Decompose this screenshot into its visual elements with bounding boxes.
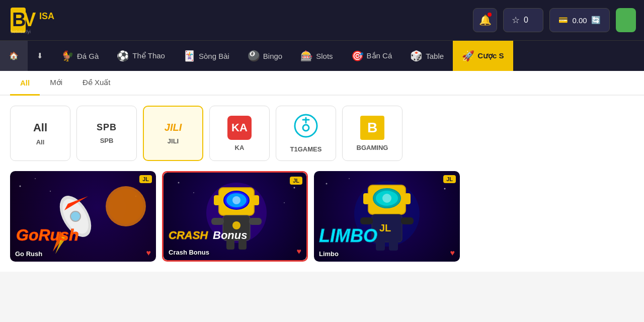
provider-card-spb[interactable]: SPB SPB	[76, 106, 137, 161]
nav-item-ban-ca[interactable]: 🎯 Bắn Cá	[342, 41, 401, 71]
filter-tab-all[interactable]: All	[10, 71, 40, 96]
provider-logo-t1games	[294, 114, 318, 141]
nav-label-table: Table	[426, 52, 444, 60]
balance-button[interactable]: 💳 0.00 🔄	[549, 8, 610, 32]
nav-item-da-ga[interactable]: 🐓 Đá Gà	[52, 41, 108, 71]
provider-card-jili[interactable]: JILI JILI	[143, 106, 203, 161]
game-title-crash-bonus: Crash Bonus	[169, 249, 209, 256]
crash-illustration	[164, 173, 306, 260]
svg-point-40	[349, 178, 350, 179]
game-card-go-rush[interactable]: GoRush JL Go Rush ♥	[10, 171, 156, 262]
nav-item-bingo[interactable]: 🎱 Bingo	[238, 41, 291, 71]
slots-icon: 🎰	[300, 50, 313, 62]
game-bg-go-rush: GoRush	[10, 171, 156, 262]
svg-point-8	[303, 125, 309, 131]
svg-text:GoRush: GoRush	[16, 226, 78, 244]
provider-name-ka: KA	[235, 144, 245, 151]
favorites-count: 0	[524, 16, 528, 25]
game-badge-go-rush: JL	[139, 175, 152, 183]
svg-rect-30	[253, 195, 259, 205]
nav-item-song-bai[interactable]: 🃏 Sòng Bài	[174, 41, 238, 71]
svg-point-18	[70, 211, 80, 221]
logo-area: B V ISA betvisa.fyi	[8, 5, 68, 35]
svg-text:KA: KA	[231, 121, 248, 134]
favorites-button[interactable]: ☆ 0	[503, 8, 543, 32]
game-heart-limbo[interactable]: ♥	[450, 249, 455, 258]
action-button[interactable]	[616, 8, 636, 32]
game-card-crash-bonus[interactable]: CRASH Bonus JL Crash Bonus ♥	[162, 171, 308, 262]
crash-bonus-big-text: CRASH Bonus	[168, 223, 268, 245]
limbo-illustration: JL	[314, 171, 460, 262]
game-bg-crash-bonus: CRASH Bonus	[164, 173, 306, 260]
game-heart-crash-bonus[interactable]: ♥	[297, 247, 302, 256]
header-right: 🔔 ☆ 0 💳 0.00 🔄	[473, 8, 636, 32]
svg-point-21	[193, 192, 194, 193]
games-section: GoRush JL Go Rush ♥	[0, 166, 644, 272]
bingo-icon: 🎱	[248, 50, 260, 62]
game-badge-crash-bonus: JL	[290, 177, 302, 185]
svg-text:Bonus: Bonus	[213, 229, 247, 242]
provider-name-spb: SPB	[100, 137, 114, 144]
rocket-icon: 🚀	[462, 50, 474, 62]
header: B V ISA betvisa.fyi 🔔 ☆ 0 💳 0.00 🔄	[0, 0, 644, 40]
svg-point-28	[232, 196, 240, 204]
provider-logo-all: All	[33, 121, 47, 134]
fish-icon: 🎯	[351, 50, 364, 62]
home-icon: 🏠	[9, 51, 19, 60]
svg-text:LIMBO: LIMBO	[319, 225, 377, 246]
nav-item-the-thao[interactable]: ⚽ Thể Thao	[108, 41, 174, 71]
chicken-icon: 🐓	[61, 50, 74, 62]
nav-item-download[interactable]: ⬇	[28, 41, 52, 71]
nav-label-ban-ca: Bắn Cá	[367, 51, 392, 60]
svg-point-11	[50, 191, 51, 192]
provider-logo-bgaming: B	[360, 116, 384, 140]
filter-bar: All Mới Đề Xuất	[0, 71, 644, 96]
nav-item-home[interactable]: 🏠	[0, 41, 28, 71]
svg-point-9	[20, 186, 21, 187]
gorush-illustration	[10, 171, 156, 262]
svg-point-41	[444, 188, 446, 190]
nav-label-slots: Slots	[316, 52, 333, 60]
nav-label-song-bai: Sòng Bài	[199, 52, 229, 60]
nav-label-da-ga: Đá Gà	[77, 52, 99, 60]
provider-card-ka[interactable]: KA KA	[209, 106, 270, 161]
notification-button[interactable]: 🔔	[473, 8, 497, 32]
nav-label-the-thao: Thể Thao	[132, 51, 165, 60]
svg-point-20	[178, 182, 180, 184]
nav-item-slots[interactable]: 🎰 Slots	[291, 41, 342, 71]
provider-name-t1games: T1GAMES	[290, 145, 322, 153]
svg-point-10	[35, 178, 36, 179]
filter-tab-moi[interactable]: Mới	[40, 71, 72, 96]
soccer-icon: ⚽	[117, 50, 129, 62]
svg-text:betvisa.fyi: betvisa.fyi	[11, 29, 31, 34]
svg-text:V: V	[23, 9, 36, 30]
svg-point-39	[326, 183, 328, 185]
provider-section: All All SPB SPB JILI JILI KA KA T1GAMES …	[0, 96, 644, 166]
provider-card-bgaming[interactable]: B BGAMING	[342, 106, 403, 161]
game-heart-go-rush[interactable]: ♥	[146, 249, 151, 258]
nav-item-cuoc-si[interactable]: 🚀 Cược S	[453, 41, 513, 71]
download-icon: ⬇	[37, 51, 43, 60]
balance-amount: 0.00	[572, 16, 587, 25]
star-icon: ☆	[512, 15, 520, 26]
filter-tab-de-xuat[interactable]: Đề Xuất	[72, 71, 121, 96]
go-rush-big-text: GoRush	[15, 224, 96, 247]
provider-logo-spb: SPB	[97, 122, 117, 133]
provider-card-all[interactable]: All All	[10, 106, 70, 161]
game-title-go-rush: Go Rush	[15, 250, 42, 258]
nav-label-bingo: Bingo	[263, 52, 282, 60]
provider-name-all: All	[36, 138, 45, 146]
game-card-limbo[interactable]: JL LIMBO JL Limbo ♥	[314, 171, 460, 262]
svg-point-23	[284, 202, 285, 203]
svg-rect-47	[363, 193, 369, 204]
svg-point-46	[382, 194, 391, 203]
game-bg-limbo: JL LIMBO	[314, 171, 460, 262]
nav-item-table[interactable]: 🎲 Table	[401, 41, 453, 71]
svg-text:ISA: ISA	[39, 11, 54, 21]
provider-logo-ka: KA	[227, 116, 252, 140]
logo[interactable]: B V ISA betvisa.fyi	[8, 5, 68, 35]
refresh-icon: 🔄	[591, 16, 601, 25]
provider-card-t1games[interactable]: T1GAMES	[276, 106, 336, 161]
svg-rect-29	[214, 195, 220, 205]
game-title-limbo: Limbo	[319, 250, 339, 258]
